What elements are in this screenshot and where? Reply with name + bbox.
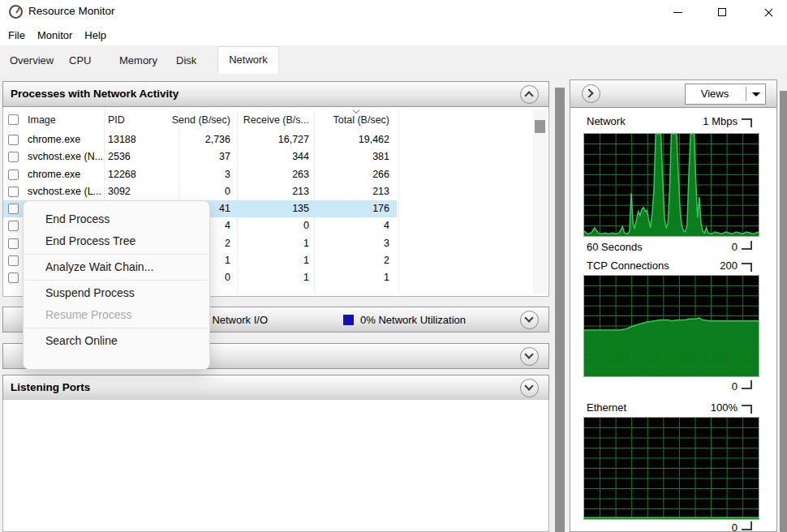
minimize-button[interactable] <box>660 0 695 24</box>
cell-receive: 1 <box>232 235 309 252</box>
row-checkbox[interactable] <box>8 255 19 266</box>
tab-disk[interactable]: Disk <box>176 54 196 66</box>
scale-bracket-bottom <box>742 380 752 389</box>
ethernet-graph-title: Ethernet <box>587 401 626 414</box>
cell-receive: 1 <box>232 252 309 269</box>
cell-receive: 344 <box>232 148 309 165</box>
row-checkbox[interactable] <box>8 238 19 249</box>
row-checkbox[interactable] <box>8 272 19 283</box>
checkbox-icon <box>8 221 19 231</box>
chevron-down-icon <box>524 350 533 358</box>
title-bar: Resource Monitor <box>0 0 787 24</box>
column-header-receive[interactable]: Receive (B/s... <box>232 109 309 131</box>
tab-memory[interactable]: Memory <box>119 54 157 66</box>
scale-bracket-top <box>742 405 752 414</box>
chevron-up-icon <box>524 91 533 100</box>
cell-image: svchost.exe (L... <box>28 183 101 200</box>
resource-monitor-icon <box>9 5 23 19</box>
network-io-label: Network I/O <box>203 314 268 326</box>
row-checkbox[interactable] <box>8 152 19 162</box>
menu-separator <box>25 280 208 281</box>
collapse-processes-button[interactable] <box>520 85 539 104</box>
views-dropdown[interactable]: Views <box>685 84 766 105</box>
cell-total: 3 <box>311 235 389 252</box>
scale-bracket-top <box>742 118 752 127</box>
tcp-graph-scale: 200 <box>673 260 738 272</box>
context-menu-item-analyze-wait-chain[interactable]: Analyze Wait Chain... <box>24 256 209 278</box>
sidebar-scrollbar[interactable] <box>780 79 787 532</box>
tcp-graph-title: TCP Connections <box>587 260 669 272</box>
row-checkbox[interactable] <box>8 169 19 180</box>
column-header-image[interactable]: Image <box>28 109 56 131</box>
maximize-icon <box>718 8 726 16</box>
chevron-down-icon <box>524 313 533 322</box>
menu-separator <box>25 254 208 255</box>
scale-bracket-top <box>742 263 752 272</box>
menu-separator <box>25 328 208 328</box>
table-row[interactable]: chrome.exe122683263266 <box>3 166 548 183</box>
context-menu: End ProcessEnd Process TreeAnalyze Wait … <box>23 200 210 370</box>
checkbox-icon <box>8 272 19 283</box>
vertical-scrollbar[interactable] <box>553 77 566 532</box>
ethernet-graph-scale: 100% <box>673 401 738 414</box>
column-header-pid[interactable]: PID <box>108 109 125 131</box>
cell-image: chrome.exe <box>28 131 80 148</box>
table-scrollbar[interactable] <box>533 109 547 294</box>
table-scrollbar-thumb[interactable] <box>535 120 545 133</box>
row-checkbox[interactable] <box>8 187 19 197</box>
cell-pid: 12268 <box>108 166 136 183</box>
sidebar-scrollbar-thumb[interactable] <box>780 91 787 532</box>
row-checkbox[interactable] <box>8 135 19 145</box>
context-menu-item-suspend-process[interactable]: Suspend Process <box>24 282 209 304</box>
expand-network-button[interactable] <box>520 311 539 329</box>
expand-tcp-button[interactable] <box>520 347 539 366</box>
close-icon <box>763 7 774 18</box>
table-row[interactable]: svchost.exe (L...30920213213 <box>3 183 548 200</box>
cell-pid: 2536 <box>108 148 131 165</box>
context-menu-item-end-process[interactable]: End Process <box>24 208 209 230</box>
cell-pid: 3092 <box>108 183 131 200</box>
cell-send: 37 <box>149 148 230 165</box>
menu-monitor[interactable]: Monitor <box>37 29 72 41</box>
listening-ports-title: Listening Ports <box>11 381 90 393</box>
cell-total: 176 <box>311 200 389 217</box>
cell-total: 19,462 <box>311 131 389 148</box>
table-row[interactable]: chrome.exe131882,73616,72719,462 <box>3 131 548 148</box>
cell-send: 3 <box>149 166 230 183</box>
table-row[interactable]: svchost.exe (N...253637344381 <box>3 148 548 165</box>
processes-panel-title: Processes with Network Activity <box>11 88 178 100</box>
cell-image: chrome.exe <box>28 166 80 183</box>
menu-bar: FileMonitorHelp <box>0 24 787 46</box>
column-header-total[interactable]: Total (B/sec) <box>311 109 389 131</box>
dropdown-caret-icon <box>752 92 760 97</box>
minimize-icon <box>673 12 682 13</box>
scale-bracket-bottom <box>742 521 752 530</box>
vertical-scrollbar-thumb[interactable] <box>555 88 565 532</box>
cell-receive: 1 <box>232 269 309 286</box>
checkbox-icon <box>8 255 19 266</box>
graphs-sidebar: Views Network 1 Mbps 60 Seconds 0 TCP Co… <box>570 79 777 532</box>
cell-total: 1 <box>311 269 389 286</box>
cell-receive: 16,727 <box>232 131 309 148</box>
scale-bracket-bottom <box>742 241 752 250</box>
tab-network[interactable]: Network <box>217 46 279 74</box>
context-menu-item-end-process-tree[interactable]: End Process Tree <box>24 230 209 252</box>
cell-receive: 0 <box>232 217 309 234</box>
listening-ports-body <box>2 400 549 532</box>
maximize-button[interactable] <box>704 0 740 24</box>
column-header-send[interactable]: Send (B/sec) <box>149 109 230 131</box>
expand-sidebar-button[interactable] <box>582 84 600 103</box>
select-all-checkbox[interactable] <box>8 114 19 125</box>
close-button[interactable] <box>750 0 786 24</box>
network-graph <box>583 133 759 237</box>
tcp-graph-zero: 0 <box>673 380 738 393</box>
tab-overview[interactable]: Overview <box>10 54 54 66</box>
expand-listening-ports-button[interactable] <box>520 379 539 397</box>
row-checkbox[interactable] <box>8 221 19 231</box>
listening-ports-header: Listening Ports <box>2 375 549 401</box>
menu-file[interactable]: File <box>8 29 25 41</box>
menu-help[interactable]: Help <box>84 29 106 41</box>
context-menu-item-search-online[interactable]: Search Online <box>24 330 209 352</box>
row-checkbox[interactable] <box>8 204 19 214</box>
tab-cpu[interactable]: CPU <box>69 54 91 66</box>
